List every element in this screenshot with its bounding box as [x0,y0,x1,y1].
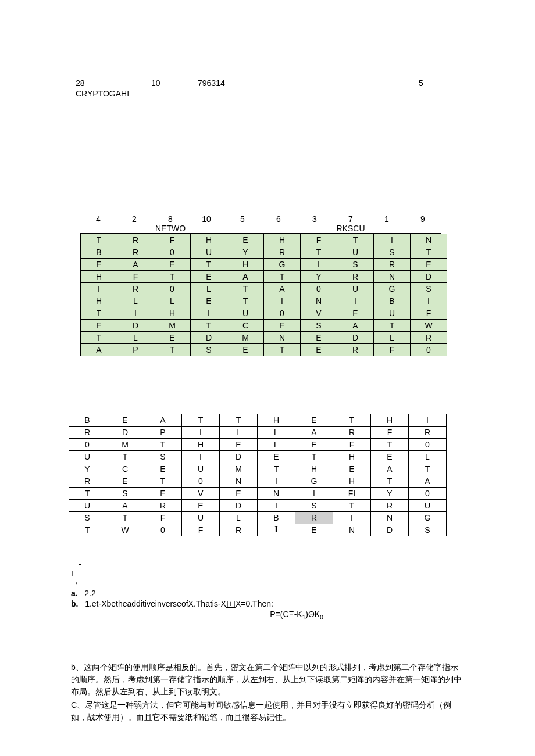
plain-cell: T [220,414,258,427]
plain-cell: U [69,451,106,463]
cipher-cell: R [117,283,154,295]
cipher-cell: U [227,307,264,320]
cipher-cell: T [374,320,411,332]
plain-cell: G [295,475,333,488]
cipher-cell: S [337,259,374,271]
plain-cell: F [182,524,220,536]
cipher-cell: I [191,307,227,320]
formula-sub0: 0 [320,614,323,621]
cipher-cell: A [264,283,301,295]
cipher-cell: T [337,234,374,246]
cipher-cell: I [117,307,154,320]
plain-cell: S [409,524,447,536]
cipher-cell: E [154,259,191,271]
plain-cell: E [106,475,144,488]
cipher-cell: N [411,234,447,246]
cipher-cell: R [337,271,374,283]
plain-cell: D [371,524,409,536]
plain-cell: N [371,512,409,524]
cipher-cell: T [81,234,117,246]
plain-cell: T [371,439,409,451]
plain-cell: T [69,488,106,500]
plain-cell: B [258,512,295,524]
plain-cell: N [333,524,371,536]
plain-cell: E [295,439,333,451]
plain-cell: U [182,512,220,524]
keyword-cell [405,224,441,234]
col-num: 4 [80,214,116,224]
cipher-cell: H [264,234,301,246]
plain-cell: R [333,427,371,439]
plain-cell: E [220,488,258,500]
plain-cell: R [144,500,182,512]
plain-cell: T [144,475,182,488]
cipher-cell: W [411,320,447,332]
cipher-cell: N [264,332,301,344]
plain-cell: U [69,500,106,512]
b-label: b. [71,599,78,608]
plain-cell: L [220,512,258,524]
plain-cell: 0 [409,439,447,451]
plain-cell: T [409,463,447,475]
plain-cell: H [295,463,333,475]
plain-cell: S [106,488,144,500]
cipher-cell: R [264,246,301,259]
cipher-cell: B [374,295,411,307]
cipher-cell: E [301,332,337,344]
i-letter: I [71,569,512,578]
cipher-cell: E [227,234,264,246]
cipher-cell: D [117,320,154,332]
plain-cell: Y [69,463,106,475]
plain-cell: I [182,451,220,463]
plain-cell: 0 [69,439,106,451]
col-num: 7 [333,214,369,224]
cipher-cell: E [411,259,447,271]
plain-cell: T [144,439,182,451]
cipher-cell: N [301,295,337,307]
plain-cell: F [371,427,409,439]
cipher-cell: U [374,307,411,320]
cipher-cell: H [191,234,227,246]
col-num: 6 [261,214,297,224]
chinese-paragraph-b: b、这两个矩阵的使用顺序是相反的。首先，密文在第二个矩阵中以列的形式排列，考虑到… [71,661,464,698]
cipher-cell: I [411,295,447,307]
cipher-cell: T [191,320,227,332]
plain-cell: Y [371,488,409,500]
cipher-cell: I [264,295,301,307]
formula-mid: )ΘK [305,610,320,619]
plain-cell: H [182,439,220,451]
plain-cell: T [333,414,371,427]
cipher-cell: P [117,344,154,356]
cipher-cell: D [337,332,374,344]
cipher-cell: C [227,320,264,332]
chinese-paragraph-c: C、尽管这是一种弱方法，但它可能与时间敏感信息一起使用，并且对手没有立即获得良好… [71,699,464,723]
cipher-cell: 0 [264,307,301,320]
cipher-cell: D [411,271,447,283]
plain-cell: M [106,439,144,451]
plain-cell: R [409,427,447,439]
cipher-cell: I [374,234,411,246]
header-row: 28 10 796314 5 [76,78,512,88]
plain-cell: D [106,427,144,439]
cipher-cell: Y [227,246,264,259]
keyword-cell: NETWO [152,224,188,234]
cipher-cell: S [191,344,227,356]
plain-cell: A [106,500,144,512]
plain-cell: N [258,488,295,500]
cipher-cell: T [301,246,337,259]
plain-cell: L [258,427,295,439]
plain-cell: L [258,439,295,451]
cipher-cell: H [227,259,264,271]
keyword-cell [369,224,405,234]
plain-cell: R [295,512,333,524]
arrow-icon: → [71,578,512,587]
plain-cell: S [69,512,106,524]
plain-cell: R [371,500,409,512]
green-cipher-table: TRFHEHFTINBR0UYRTUSTEAETHGISREHFTEATYRND… [80,234,447,356]
a-text: 2.2 [84,589,95,598]
cipher-cell: S [301,320,337,332]
cipher-cell: T [154,271,191,283]
plain-cell: I [295,488,333,500]
plain-cell: L [409,451,447,463]
cipher-cell: T [227,295,264,307]
